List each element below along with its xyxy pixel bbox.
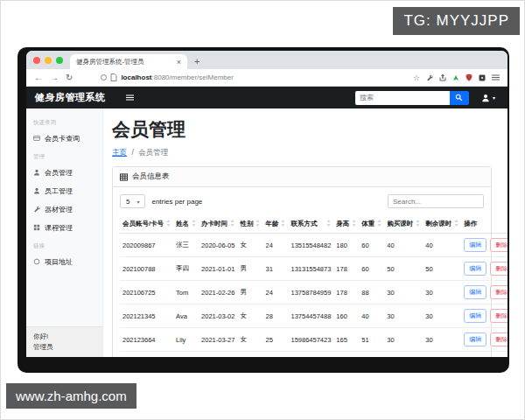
- column-header-label: 身高: [336, 220, 349, 228]
- delete-button[interactable]: 删除: [490, 309, 508, 323]
- sidebar-item-会员卡查询[interactable]: 会员卡查询: [26, 130, 102, 148]
- column-header-5[interactable]: 联系方式: [288, 215, 333, 234]
- actions-cell: 编辑删除: [461, 281, 508, 304]
- delete-button[interactable]: 删除: [490, 285, 508, 299]
- navbar-search-button[interactable]: [450, 91, 469, 105]
- delete-button[interactable]: 删除: [490, 238, 508, 252]
- sort-icon[interactable]: [230, 220, 234, 228]
- browser-tab[interactable]: 健身房管理系统-管理员 ×: [70, 54, 187, 69]
- delete-button[interactable]: 删除: [490, 262, 508, 276]
- zoom-window-button[interactable]: [56, 57, 63, 64]
- member-table-body: 202009867张三2020-06-05女241351554848218060…: [120, 234, 508, 352]
- per-page-label: entries per page: [151, 198, 202, 206]
- column-header-0[interactable]: 会员账号/卡号: [120, 215, 173, 234]
- column-header-inner: 身高: [336, 220, 356, 228]
- member-cell: 31: [262, 257, 288, 281]
- address-field[interactable]: localhost:8080/member/selMember: [101, 74, 406, 81]
- reload-icon[interactable]: ↻: [66, 73, 73, 82]
- sort-icon[interactable]: [326, 220, 331, 228]
- member-cell: 202123664: [120, 328, 173, 352]
- edit-button[interactable]: 编辑: [464, 238, 486, 252]
- main-panel: 会员管理 主页 / 会员管理 会员信息表: [103, 108, 508, 357]
- member-cell: 2021-03-02: [199, 304, 237, 328]
- column-header-label: 联系方式: [290, 220, 317, 228]
- navbar-search-input[interactable]: [355, 91, 450, 105]
- close-window-button[interactable]: [33, 57, 40, 64]
- entries-per-page-select[interactable]: 5 ▾: [120, 194, 145, 208]
- breadcrumb: 主页 / 会员管理: [112, 148, 492, 158]
- member-cell: 15986457423: [288, 328, 333, 352]
- extension-icon-green[interactable]: [452, 74, 459, 81]
- column-header-inner: 会员账号/卡号: [122, 220, 171, 228]
- sidebar-item-员工管理[interactable]: 员工管理: [26, 182, 102, 200]
- sort-icon[interactable]: [416, 220, 420, 228]
- member-cell: 160: [333, 304, 359, 328]
- back-icon[interactable]: ←: [34, 73, 43, 82]
- member-cell: 30: [423, 304, 461, 328]
- member-cell: 40: [423, 234, 461, 257]
- browser-toolbar-icons: ☆: [413, 74, 500, 82]
- sort-icon[interactable]: [377, 220, 382, 228]
- column-header-1[interactable]: 姓名: [173, 215, 199, 234]
- column-header-10[interactable]: 操作: [461, 215, 508, 234]
- browser-menu-icon[interactable]: [492, 74, 500, 80]
- link-icon: [33, 258, 40, 267]
- column-header-8[interactable]: 购买课时: [384, 215, 423, 234]
- column-header-2[interactable]: 办卡时间: [199, 215, 237, 234]
- sort-icon[interactable]: [454, 220, 458, 228]
- bookmark-star-icon[interactable]: ☆: [413, 74, 420, 82]
- edit-button[interactable]: 编辑: [464, 262, 486, 276]
- column-header-3[interactable]: 性别: [237, 215, 262, 234]
- tab-close-icon[interactable]: ×: [177, 58, 181, 66]
- column-header-4[interactable]: 年龄: [262, 215, 288, 234]
- sidebar-item-器材管理[interactable]: 器材管理: [26, 200, 102, 219]
- edit-button[interactable]: 编辑: [464, 309, 486, 323]
- member-cell: 88: [359, 281, 384, 304]
- sidebar-section-header: 快速查询: [26, 114, 102, 130]
- sort-icon[interactable]: [256, 220, 260, 228]
- delete-button[interactable]: 删除: [490, 332, 508, 346]
- member-cell: 50: [423, 257, 461, 281]
- table-search-input[interactable]: [388, 194, 484, 208]
- member-cell: 28: [262, 304, 288, 328]
- extensions-icon[interactable]: [479, 74, 486, 81]
- edit-button[interactable]: 编辑: [464, 285, 486, 299]
- column-header-label: 购买课时: [387, 220, 413, 228]
- member-cell: 2020-06-05: [199, 234, 237, 257]
- sort-icon[interactable]: [166, 220, 171, 228]
- member-cell: 180: [333, 234, 359, 257]
- column-header-7[interactable]: 体重: [359, 215, 384, 234]
- member-cell: 202106725: [120, 281, 173, 304]
- minimize-window-button[interactable]: [45, 57, 52, 64]
- user-menu[interactable]: ▾: [481, 94, 495, 102]
- sidebar-item-课程管理[interactable]: 课程管理: [26, 219, 102, 237]
- devtools-wrench-icon[interactable]: [426, 74, 433, 81]
- sidebar-item-会员管理[interactable]: 会员管理: [26, 164, 102, 182]
- member-cell: 30: [423, 281, 461, 304]
- column-header-inner: 操作: [464, 220, 508, 228]
- sort-icon[interactable]: [352, 220, 356, 228]
- column-header-inner: 购买课时: [387, 220, 420, 228]
- new-tab-button[interactable]: +: [194, 56, 200, 66]
- column-header-inner: 联系方式: [290, 220, 331, 228]
- breadcrumb-home-link[interactable]: 主页: [112, 148, 127, 157]
- sort-icon[interactable]: [281, 220, 285, 228]
- page-icon: [110, 74, 117, 81]
- sort-icon[interactable]: [192, 220, 196, 228]
- shield-extension-icon[interactable]: [466, 74, 472, 81]
- edit-button[interactable]: 编辑: [464, 332, 486, 346]
- share-icon[interactable]: [439, 74, 446, 81]
- equipment-icon: [33, 206, 40, 214]
- column-header-inner: 年龄: [265, 220, 285, 228]
- column-header-6[interactable]: 身高: [333, 215, 359, 234]
- member-row: 202123664Lily2021-03-27女2515986457423165…: [120, 328, 508, 352]
- sidebar-section-header: 管理: [26, 148, 102, 164]
- site-info-icon[interactable]: [101, 74, 107, 80]
- sidebar-toggle-icon[interactable]: [126, 94, 134, 101]
- column-header-inner: 体重: [361, 220, 382, 228]
- tg-contact-badge: TG: MYYJJPP: [393, 7, 520, 35]
- column-header-9[interactable]: 剩余课时: [423, 215, 461, 234]
- member-cell: Tom: [173, 281, 199, 304]
- forward-icon[interactable]: →: [50, 73, 59, 82]
- sidebar-item-项目地址[interactable]: 项目地址: [26, 253, 102, 271]
